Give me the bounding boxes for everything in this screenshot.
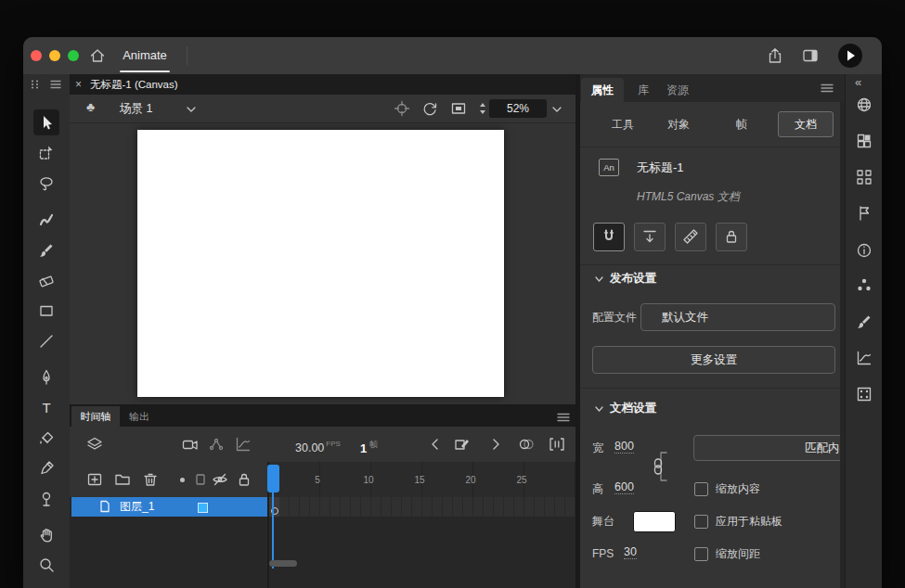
step-forward-icon[interactable] <box>486 435 505 454</box>
timeline-hscrollbar[interactable] <box>269 560 297 567</box>
tab-properties[interactable]: 属性 <box>581 78 624 102</box>
scene-dropdown-chevron-icon[interactable] <box>187 107 196 112</box>
lock-guides-button[interactable] <box>716 223 747 251</box>
snap-align-button[interactable] <box>634 223 666 251</box>
layer-name[interactable]: 图层_1 <box>120 497 154 517</box>
zoom-dropdown-chevron-icon[interactable] <box>552 107 562 112</box>
profile-dropdown[interactable]: 默认文件 <box>640 303 835 331</box>
layer-parenting-icon[interactable] <box>85 435 104 454</box>
pattern-icon[interactable] <box>855 385 873 403</box>
apply-pasteboard-checkbox[interactable] <box>694 515 708 529</box>
zoom-level-field[interactable]: 52% <box>489 99 547 118</box>
layer-highlight-column-icon[interactable] <box>192 471 209 488</box>
more-settings-button[interactable]: 更多设置 <box>592 346 835 374</box>
zoom-tool-icon[interactable] <box>37 556 56 574</box>
rotate-stage-icon[interactable] <box>420 99 439 118</box>
edit-multiple-frames-icon[interactable] <box>453 435 472 454</box>
line-tool-icon[interactable] <box>37 332 56 351</box>
width-value[interactable]: 800 <box>614 440 634 454</box>
stage-color-swatch[interactable] <box>633 511 676 532</box>
timeline-menu-icon[interactable] <box>556 411 571 424</box>
frame-ruler[interactable]: 5 10 15 20 25 <box>269 462 575 498</box>
document-settings-header[interactable]: 文档设置 <box>610 401 656 416</box>
camera-icon[interactable] <box>181 435 200 454</box>
new-folder-icon[interactable] <box>113 470 132 489</box>
info-icon[interactable] <box>855 241 873 260</box>
eyedropper-tool-icon[interactable] <box>37 459 56 478</box>
scale-content-checkbox[interactable] <box>694 482 708 496</box>
color-icon[interactable] <box>855 276 873 295</box>
subtab-tool[interactable]: 工具 <box>604 111 641 137</box>
tools-menu-icon[interactable] <box>49 79 62 90</box>
text-tool-icon[interactable]: T <box>37 399 56 417</box>
selection-tool-icon[interactable] <box>37 113 56 132</box>
subtab-object[interactable]: 对象 <box>660 111 697 137</box>
zoom-stepper[interactable] <box>478 100 487 117</box>
link-dimensions-icon[interactable] <box>653 451 671 482</box>
brushes-icon[interactable] <box>855 313 873 331</box>
eraser-tool-icon[interactable] <box>37 271 56 289</box>
lasso-tool-icon[interactable] <box>37 174 56 193</box>
window-minimize-button[interactable] <box>49 50 60 61</box>
fps-value-field[interactable]: 30 <box>624 545 637 559</box>
dock-collapse-icon[interactable]: « <box>855 75 861 89</box>
panel-layout-icon[interactable] <box>801 46 820 65</box>
onion-skin-icon[interactable] <box>517 435 536 454</box>
rulers-icon[interactable] <box>855 204 873 223</box>
graph-editor-icon[interactable] <box>234 435 252 454</box>
docset-section-chevron-icon[interactable] <box>595 406 603 412</box>
quick-share-play-button[interactable] <box>838 44 862 68</box>
scale-spacing-checkbox[interactable] <box>694 547 708 561</box>
snap-to-grid-button[interactable] <box>675 223 706 251</box>
show-hide-column-icon[interactable] <box>211 470 229 489</box>
clip-content-icon[interactable] <box>449 99 468 118</box>
publish-settings-header[interactable]: 发布设置 <box>610 271 656 287</box>
share-icon[interactable] <box>766 46 784 65</box>
transform-icon[interactable] <box>855 349 873 367</box>
home-icon[interactable] <box>88 46 107 65</box>
subtab-frame[interactable]: 帧 <box>723 111 760 137</box>
classic-brush-tool-icon[interactable] <box>37 241 56 260</box>
onion-skin-range-icon[interactable] <box>548 435 566 454</box>
properties-menu-icon[interactable] <box>820 82 834 95</box>
fluid-brush-tool-icon[interactable] <box>37 211 56 229</box>
playhead-handle[interactable] <box>267 465 279 492</box>
tab-library[interactable]: 库 <box>632 78 654 102</box>
outline-color-column-icon[interactable] <box>180 478 185 482</box>
frame-rate-display[interactable]: 30.00FPS <box>295 427 341 462</box>
stage-canvas[interactable] <box>137 130 504 397</box>
hand-tool-icon[interactable] <box>37 526 56 544</box>
snap-to-objects-button[interactable] <box>593 223 625 251</box>
symbol-clover-icon[interactable]: ♣ <box>86 99 95 114</box>
lock-column-icon[interactable] <box>235 470 253 489</box>
height-value[interactable]: 600 <box>614 480 634 494</box>
window-close-button[interactable] <box>31 50 42 61</box>
pen-tool-icon[interactable] <box>37 368 56 387</box>
align-icon[interactable] <box>855 168 873 186</box>
cc-libraries-icon[interactable] <box>855 96 873 114</box>
new-layer-icon[interactable] <box>85 470 104 489</box>
window-zoom-button[interactable] <box>68 50 79 61</box>
empty-keyframe-cell[interactable] <box>269 497 279 517</box>
paint-bucket-tool-icon[interactable] <box>37 429 56 448</box>
layer-row[interactable]: 图层_1 <box>71 497 269 517</box>
tab-timeline[interactable]: 时间轴 <box>71 406 120 427</box>
layer-frames-row[interactable] <box>269 497 575 517</box>
step-back-icon[interactable] <box>426 435 445 454</box>
layer-depth-icon[interactable] <box>207 435 226 454</box>
asset-warp-tool-icon[interactable] <box>37 490 56 508</box>
subtab-document[interactable]: 文档 <box>778 111 834 137</box>
tools-drag-handle-icon[interactable] <box>30 79 41 90</box>
swatches-icon[interactable] <box>855 132 873 150</box>
current-frame-display[interactable]: 1帧 <box>360 427 378 462</box>
tab-animate[interactable]: Animate <box>118 37 172 74</box>
doc-tab-title[interactable]: 无标题-1 (Canvas) <box>90 74 178 95</box>
rectangle-tool-icon[interactable] <box>37 301 56 320</box>
match-contents-button[interactable]: 匹配内容 <box>693 435 840 461</box>
center-stage-icon[interactable] <box>393 99 411 118</box>
tab-assets[interactable]: 资源 <box>660 78 695 102</box>
publish-section-chevron-icon[interactable] <box>595 276 603 282</box>
free-transform-tool-icon[interactable] <box>37 144 56 162</box>
scene-breadcrumb[interactable]: 场景 1 <box>120 95 152 122</box>
doc-tab-close-icon[interactable]: × <box>75 74 82 95</box>
